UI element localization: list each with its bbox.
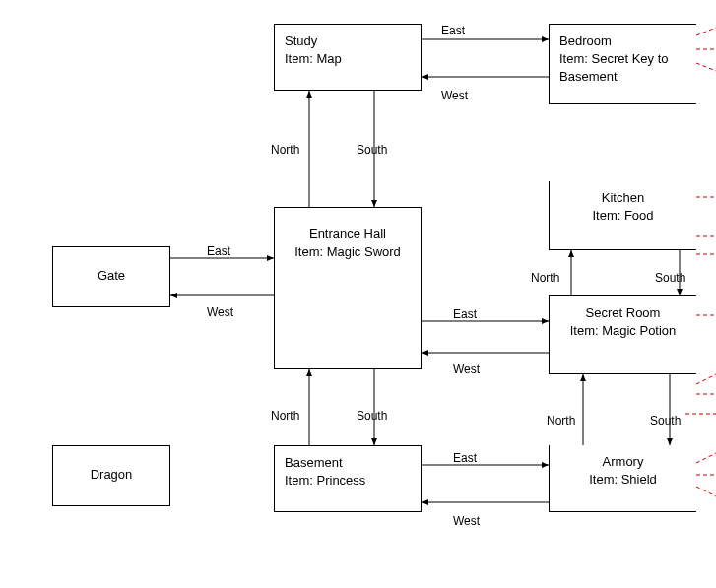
svg-line-26 <box>696 453 716 463</box>
room-gate: Gate <box>52 246 170 307</box>
room-dragon: Dragon <box>52 445 170 506</box>
room-study: Study Item: Map <box>274 24 422 91</box>
room-item: Item: Map <box>285 50 411 68</box>
svg-line-23 <box>696 374 716 384</box>
room-item: Item: Food <box>559 207 686 225</box>
room-item: Item: Magic Sword <box>285 243 411 261</box>
room-title: Basement <box>285 454 411 472</box>
dir-label-east: East <box>441 24 465 37</box>
room-item: Item: Secret Key to Basement <box>559 50 686 86</box>
room-bedroom: Bedroom Item: Secret Key to Basement <box>549 24 696 104</box>
room-item: Item: Princess <box>285 472 411 490</box>
room-armory: Armory Item: Shield <box>549 445 696 512</box>
dir-label-east: East <box>453 307 477 321</box>
diagram-canvas: Study Item: Map Bedroom Item: Secret Key… <box>0 0 716 588</box>
dir-label-west: West <box>441 89 468 102</box>
room-title: Secret Room <box>559 304 686 322</box>
room-title: Study <box>285 33 411 50</box>
svg-line-28 <box>696 487 716 496</box>
room-title: Kitchen <box>559 189 686 207</box>
dir-label-north: North <box>547 414 575 427</box>
dir-label-south: South <box>357 409 387 423</box>
room-basement: Basement Item: Princess <box>274 445 422 512</box>
room-item: Item: Shield <box>559 471 686 489</box>
room-secret-room: Secret Room Item: Magic Potion <box>549 295 696 374</box>
dir-label-south: South <box>650 414 681 427</box>
dir-label-south: South <box>655 271 685 285</box>
dir-label-east: East <box>207 244 230 258</box>
dir-label-south: South <box>357 143 387 157</box>
room-title: Bedroom <box>559 33 686 50</box>
svg-line-16 <box>696 28 716 35</box>
dir-label-west: West <box>453 362 480 376</box>
dir-label-north: North <box>271 143 299 157</box>
room-item: Item: Magic Potion <box>559 322 686 340</box>
dir-label-west: West <box>453 514 480 528</box>
dir-label-north: North <box>531 271 559 285</box>
room-title: Gate <box>63 267 160 285</box>
room-kitchen: Kitchen Item: Food <box>549 181 696 250</box>
room-entrance-hall: Entrance Hall Item: Magic Sword <box>274 207 422 369</box>
svg-line-18 <box>696 63 716 71</box>
dir-label-east: East <box>453 451 477 465</box>
dir-label-west: West <box>207 305 233 319</box>
room-title: Entrance Hall <box>285 226 411 243</box>
dir-label-north: North <box>271 409 299 423</box>
room-title: Armory <box>559 453 686 471</box>
room-title: Dragon <box>63 466 160 484</box>
